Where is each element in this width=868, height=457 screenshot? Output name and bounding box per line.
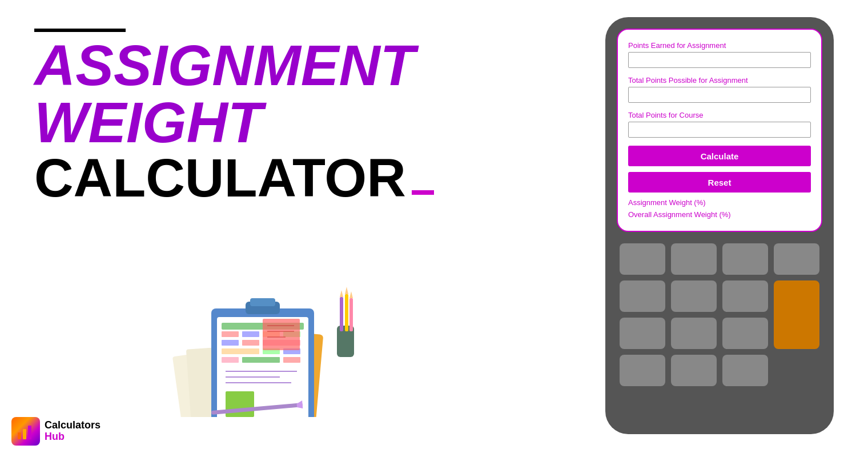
logo-icon (11, 417, 40, 446)
svg-rect-38 (349, 298, 353, 331)
calc-key-4[interactable] (774, 243, 819, 275)
points-earned-field: Points Earned for Assignment (628, 41, 811, 68)
calc-key-7[interactable] (722, 280, 768, 312)
total-points-course-field: Total Points for Course (628, 111, 811, 138)
calculator-keypad (617, 240, 822, 389)
logo-text: Calculators Hub (45, 420, 101, 443)
title-bottom-underline (412, 190, 434, 195)
svg-rect-43 (23, 429, 26, 439)
calc-key-2[interactable] (671, 243, 717, 275)
logo: Calculators Hub (11, 417, 101, 446)
logo-name2: Hub (45, 431, 101, 443)
svg-rect-22 (222, 357, 239, 363)
title-line1: ASSIGNMENT (34, 37, 434, 94)
reset-button[interactable]: Reset (628, 172, 811, 193)
calc-key-5[interactable] (620, 280, 665, 312)
calc-key-8[interactable] (620, 318, 665, 349)
svg-marker-35 (340, 290, 343, 297)
svg-rect-42 (18, 432, 21, 439)
svg-rect-12 (222, 331, 239, 337)
svg-rect-34 (340, 297, 343, 331)
calc-key-equals[interactable] (774, 280, 819, 349)
calculate-button[interactable]: Calculate (628, 146, 811, 166)
total-points-possible-label: Total Points Possible for Assignment (628, 76, 811, 85)
calc-key-11[interactable] (620, 355, 665, 386)
svg-rect-17 (242, 340, 259, 346)
total-points-course-input[interactable] (628, 122, 811, 138)
calc-key-3[interactable] (722, 243, 768, 275)
svg-rect-32 (226, 391, 254, 417)
svg-rect-13 (242, 331, 259, 337)
svg-rect-28 (263, 319, 300, 350)
points-earned-input[interactable] (628, 52, 811, 68)
calc-key-10[interactable] (722, 318, 768, 349)
title-line2: WEIGHT (34, 94, 434, 151)
svg-marker-39 (349, 291, 353, 298)
svg-rect-24 (283, 357, 300, 363)
title-section: ASSIGNMENT WEIGHT CALCULATOR (34, 29, 434, 205)
svg-rect-36 (345, 294, 348, 331)
points-earned-label: Points Earned for Assignment (628, 41, 811, 50)
calc-key-13[interactable] (722, 355, 768, 386)
assignment-weight-label: Assignment Weight (%) (628, 198, 811, 207)
svg-rect-9 (250, 298, 275, 306)
calc-key-9[interactable] (671, 318, 717, 349)
total-points-course-label: Total Points for Course (628, 111, 811, 119)
overall-assignment-weight-label: Overall Assignment Weight (%) (628, 210, 811, 219)
total-points-possible-input[interactable] (628, 87, 811, 103)
calculator-screen: Points Earned for Assignment Total Point… (617, 29, 822, 232)
calculator-device: Points Earned for Assignment Total Point… (605, 17, 834, 434)
svg-rect-44 (28, 426, 31, 439)
svg-rect-19 (222, 348, 259, 354)
logo-name1: Calculators (45, 420, 101, 431)
title-line3: CALCULATOR (34, 151, 434, 205)
total-points-possible-field: Total Points Possible for Assignment (628, 76, 811, 103)
svg-marker-37 (345, 287, 348, 294)
svg-rect-23 (242, 357, 280, 363)
calc-key-6[interactable] (671, 280, 717, 312)
svg-rect-16 (222, 340, 239, 346)
calc-key-12[interactable] (671, 355, 717, 386)
title-top-underline (34, 29, 126, 32)
calc-key-1[interactable] (620, 243, 665, 275)
illustration (143, 257, 383, 417)
